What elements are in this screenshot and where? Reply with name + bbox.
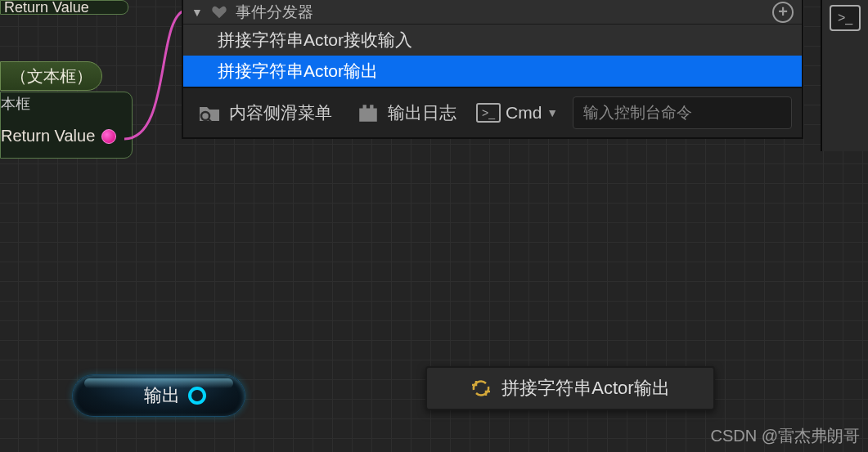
drag-tooltip-node[interactable]: 拼接字符串Actor输出 <box>425 366 715 410</box>
dispatcher-item-receive-input[interactable]: 拼接字符串Actor接收输入 <box>183 25 802 56</box>
output-pill-label: 输出 <box>144 383 180 408</box>
cmd-label: Cmd <box>506 103 542 123</box>
textbox-label: （文本框） <box>11 65 92 87</box>
terminal-icon: >_ <box>476 103 501 123</box>
chevron-down-icon[interactable]: ▼ <box>191 6 203 19</box>
content-drawer-button[interactable]: 内容侧滑菜单 <box>193 96 337 130</box>
right-panel-fragment: >_ <box>821 0 868 151</box>
chevron-down-icon: ▼ <box>546 106 558 119</box>
node-return-top: Return Value <box>0 0 128 15</box>
watermark: CSDN @雷杰弗朗哥 <box>710 425 860 447</box>
return-value-text: Return Value <box>1 127 95 145</box>
event-dispatcher-panel: ▼ 事件分发器 + 拼接字符串Actor接收输入 拼接字符串Actor输出 内容… <box>182 0 803 139</box>
content-drawer-label: 内容侧滑菜单 <box>229 101 332 124</box>
folder-search-icon <box>198 102 221 123</box>
dispatcher-item-label: 拼接字符串Actor接收输入 <box>218 29 412 51</box>
output-pill-button[interactable]: 输出 <box>72 374 245 417</box>
dispatcher-header[interactable]: ▼ 事件分发器 + <box>183 0 802 25</box>
node-body: 本框 Return Value <box>0 92 133 159</box>
return-value-label: Return Value <box>4 0 89 16</box>
add-dispatcher-button[interactable]: + <box>772 2 794 23</box>
output-ring-icon <box>188 387 206 405</box>
output-log-button[interactable]: 输出日志 <box>352 96 461 130</box>
node-fragment-green: Return Value （文本框） 本框 Return Value <box>0 0 135 163</box>
node-trunc-label: 本框 <box>1 94 30 114</box>
console-input[interactable]: 输入控制台命令 <box>573 96 792 129</box>
dispatcher-item-label: 拼接字符串Actor输出 <box>218 60 378 83</box>
tooltip-label: 拼接字符串Actor输出 <box>501 376 669 401</box>
output-pin[interactable] <box>101 129 116 144</box>
console-placeholder: 输入控制台命令 <box>583 102 692 123</box>
dispatcher-item-output[interactable]: 拼接字符串Actor输出 <box>183 56 802 87</box>
output-log-label: 输出日志 <box>388 101 456 124</box>
node-textbox-pill: （文本框） <box>0 61 102 91</box>
heart-icon <box>211 5 227 20</box>
bottom-toolbar: 内容侧滑菜单 输出日志 >_ Cmd ▼ 输入控制台命令 <box>183 87 802 137</box>
castle-icon <box>357 102 380 123</box>
dispatcher-title: 事件分发器 <box>236 2 764 23</box>
terminal-icon[interactable]: >_ <box>830 5 861 31</box>
refresh-arrows-icon <box>470 378 492 399</box>
cmd-dropdown[interactable]: >_ Cmd ▼ <box>476 103 558 123</box>
return-value-row: Return Value <box>1 127 116 145</box>
